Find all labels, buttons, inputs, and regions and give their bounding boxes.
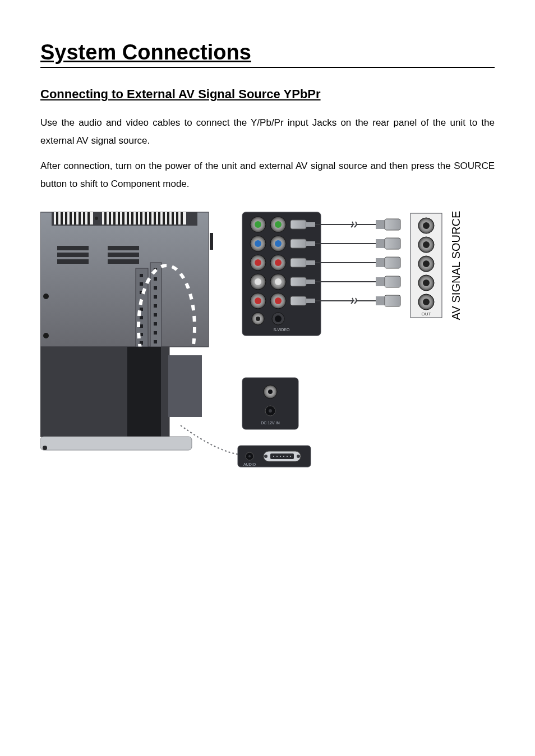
svg-rect-35 bbox=[108, 246, 139, 250]
svg-point-91 bbox=[275, 297, 282, 304]
diagram-svg: S-VIDEO bbox=[40, 207, 467, 470]
svg-rect-37 bbox=[108, 259, 139, 264]
svg-rect-56 bbox=[154, 304, 157, 308]
svg-rect-114 bbox=[376, 296, 385, 305]
svg-point-122 bbox=[423, 260, 430, 267]
svg-rect-59 bbox=[154, 331, 157, 335]
svg-rect-96 bbox=[290, 220, 306, 229]
svg-rect-8 bbox=[74, 212, 76, 224]
dc-in-label: DC 12V IN bbox=[261, 421, 279, 425]
svg-rect-26 bbox=[158, 212, 160, 224]
svg-point-83 bbox=[275, 259, 282, 266]
svg-point-75 bbox=[275, 221, 282, 228]
svg-rect-46 bbox=[140, 316, 143, 319]
svg-rect-32 bbox=[57, 246, 89, 250]
svg-rect-60 bbox=[154, 340, 157, 343]
svg-point-139 bbox=[280, 456, 281, 457]
audio-label: AUDIO bbox=[243, 462, 256, 466]
svg-rect-0 bbox=[40, 212, 209, 347]
section-heading: Connecting to External AV Signal Source … bbox=[40, 87, 495, 102]
svg-point-120 bbox=[423, 241, 430, 248]
svg-rect-19 bbox=[127, 212, 129, 224]
svg-rect-58 bbox=[154, 322, 157, 326]
svg-point-131 bbox=[269, 409, 272, 413]
svg-rect-7 bbox=[70, 212, 72, 224]
svg-rect-66 bbox=[127, 347, 161, 437]
svg-point-95 bbox=[275, 315, 282, 322]
svg-rect-101 bbox=[306, 260, 315, 265]
svg-rect-108 bbox=[376, 239, 385, 248]
cables bbox=[315, 222, 376, 304]
svideo-label: S-VIDEO bbox=[274, 328, 290, 332]
svg-rect-110 bbox=[376, 258, 385, 267]
svg-point-142 bbox=[290, 456, 291, 457]
svg-rect-18 bbox=[122, 212, 124, 224]
svg-rect-111 bbox=[385, 257, 400, 268]
svg-rect-53 bbox=[154, 277, 157, 281]
svg-rect-28 bbox=[167, 212, 169, 224]
svg-rect-63 bbox=[210, 233, 213, 250]
svg-rect-41 bbox=[140, 274, 143, 277]
av-source-box: OUT bbox=[411, 213, 442, 318]
svg-rect-69 bbox=[168, 355, 202, 417]
svg-rect-112 bbox=[376, 277, 385, 286]
svg-point-77 bbox=[255, 240, 261, 247]
svg-rect-6 bbox=[65, 212, 67, 224]
svg-rect-25 bbox=[154, 212, 156, 224]
svg-point-137 bbox=[273, 456, 274, 457]
svg-rect-104 bbox=[290, 296, 306, 305]
av-signal-source-label: AV SIGNAL SOURCE bbox=[450, 211, 462, 320]
svg-point-12 bbox=[95, 217, 98, 220]
svg-rect-102 bbox=[290, 277, 306, 286]
svg-rect-29 bbox=[172, 212, 174, 224]
svg-point-118 bbox=[423, 222, 430, 229]
svg-rect-33 bbox=[57, 253, 89, 257]
svg-rect-115 bbox=[385, 295, 400, 306]
svg-marker-62 bbox=[234, 358, 248, 374]
paragraph-2: After connection, turn on the power of t… bbox=[40, 157, 495, 194]
tv-bottom-io: AUDIO bbox=[238, 446, 311, 467]
svg-rect-34 bbox=[57, 259, 89, 264]
svg-rect-2 bbox=[54, 212, 93, 224]
svg-point-124 bbox=[423, 280, 430, 286]
svg-point-140 bbox=[283, 456, 284, 457]
svg-point-79 bbox=[275, 240, 282, 247]
svg-rect-54 bbox=[154, 286, 157, 290]
connection-diagram: S-VIDEO bbox=[40, 207, 467, 470]
tv-stand bbox=[40, 347, 247, 457]
svg-rect-107 bbox=[385, 219, 400, 230]
svg-point-89 bbox=[255, 297, 261, 304]
svg-point-38 bbox=[43, 294, 49, 299]
svg-point-134 bbox=[248, 455, 251, 457]
svg-point-73 bbox=[255, 221, 261, 228]
svg-rect-67 bbox=[40, 437, 192, 450]
svg-rect-106 bbox=[376, 220, 385, 229]
svg-rect-20 bbox=[131, 212, 133, 224]
svg-rect-103 bbox=[306, 280, 315, 284]
plugs-to-source bbox=[376, 219, 400, 306]
svg-rect-24 bbox=[149, 212, 151, 224]
svg-point-143 bbox=[264, 455, 268, 458]
svg-point-129 bbox=[268, 390, 273, 394]
svg-point-68 bbox=[43, 446, 47, 450]
svg-rect-45 bbox=[140, 308, 143, 311]
page-title: System Connections bbox=[40, 40, 495, 68]
svg-rect-11 bbox=[87, 212, 90, 224]
svg-point-85 bbox=[255, 278, 261, 285]
svg-point-81 bbox=[255, 259, 261, 266]
svg-point-141 bbox=[287, 456, 288, 457]
svg-rect-22 bbox=[140, 212, 142, 224]
svg-rect-16 bbox=[113, 212, 116, 224]
svg-rect-55 bbox=[154, 295, 157, 299]
svg-point-39 bbox=[43, 333, 49, 338]
svg-rect-21 bbox=[136, 212, 138, 224]
svg-rect-100 bbox=[290, 258, 306, 267]
svg-rect-30 bbox=[176, 212, 178, 224]
svg-rect-109 bbox=[385, 238, 400, 249]
page: System Connections Connecting to Externa… bbox=[0, 0, 535, 756]
svg-point-144 bbox=[297, 455, 300, 458]
svg-rect-42 bbox=[140, 282, 143, 286]
paragraph-1: Use the audio and video cables to connec… bbox=[40, 114, 495, 150]
svg-rect-9 bbox=[79, 212, 81, 224]
svg-rect-97 bbox=[306, 222, 315, 227]
